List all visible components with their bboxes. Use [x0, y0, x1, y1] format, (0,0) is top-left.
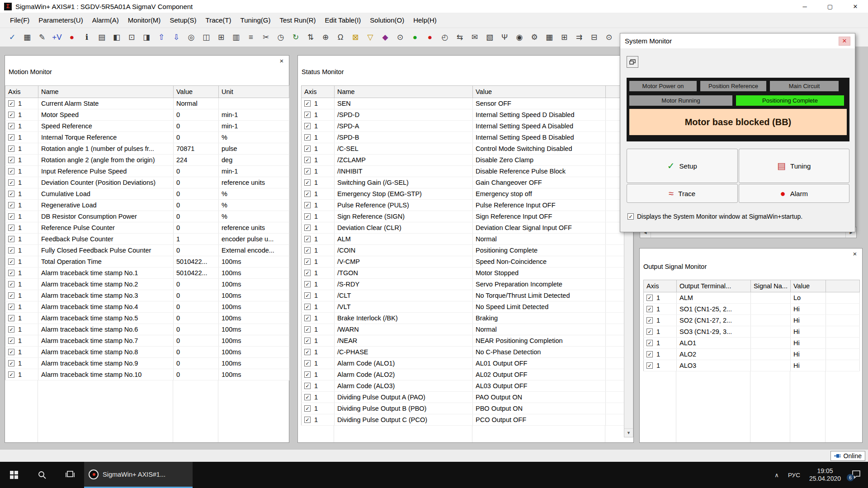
- device-list-icon[interactable]: ≡: [245, 32, 257, 43]
- tuning-button[interactable]: ▤ Tuning: [739, 149, 850, 183]
- row-checkbox[interactable]: ✓: [8, 202, 14, 208]
- trace-window-icon[interactable]: ▥: [230, 32, 242, 43]
- table-row[interactable]: ✓1 /C-PHASE No C-Phase Detection: [302, 347, 624, 358]
- row-checkbox[interactable]: ✓: [8, 112, 14, 118]
- zoom-out-table-icon[interactable]: ⊟: [588, 32, 600, 43]
- table-row[interactable]: ✓1 Alarm traceback time stamp No.3 0 100…: [5, 290, 289, 301]
- jog-table-icon[interactable]: ⇉: [573, 32, 585, 43]
- notification-center-button[interactable]: 6: [850, 470, 861, 480]
- row-checkbox[interactable]: ✓: [304, 417, 311, 423]
- row-checkbox[interactable]: ✓: [304, 112, 311, 118]
- column-header-axis[interactable]: Axis: [5, 86, 38, 98]
- minimize-button[interactable]: ─: [792, 0, 817, 13]
- table-row[interactable]: ✓1 Deviation Counter (Position Deviation…: [5, 177, 289, 188]
- compact-view-button[interactable]: [627, 56, 638, 68]
- close-icon[interactable]: ✕: [839, 37, 850, 46]
- table-row[interactable]: ✓1 Fully Closed Feedback Pulse Counter 0…: [5, 245, 289, 256]
- search-button[interactable]: [28, 462, 56, 488]
- row-checkbox[interactable]: ✓: [8, 123, 14, 129]
- table-row[interactable]: ✓1 /NEAR NEAR Positioning Completion: [302, 335, 624, 347]
- row-checkbox[interactable]: ✓: [304, 394, 311, 400]
- row-checkbox[interactable]: ✓: [8, 258, 14, 265]
- taskbar-app-sigmawin[interactable]: SigmaWin+ AXIS#1...: [84, 462, 193, 488]
- row-checkbox[interactable]: ✓: [8, 326, 14, 333]
- table-row[interactable]: ✓1 Rotation angle 2 (angle from the orig…: [5, 155, 289, 166]
- table-row[interactable]: ✓1 Dividing Pulse Output B (PBO) PBO Out…: [302, 403, 624, 414]
- maximize-button[interactable]: ▢: [817, 0, 843, 13]
- row-checkbox[interactable]: ✓: [304, 225, 311, 231]
- table-row[interactable]: ✓1 /COIN Positioning Complete: [302, 245, 624, 256]
- table-row[interactable]: ✓1 Internal Torque Reference 0 %: [5, 132, 289, 143]
- signal-off-icon[interactable]: ●: [424, 32, 436, 43]
- broadcast-icon[interactable]: ◉: [514, 32, 525, 43]
- table-row[interactable]: ✓1 ALO3 Hi: [644, 360, 860, 371]
- parameter-write-icon[interactable]: ✎: [36, 32, 48, 43]
- table-row[interactable]: ✓1 Alarm traceback time stamp No.2 0 100…: [5, 279, 289, 290]
- column-header-unit[interactable]: Unit: [219, 86, 289, 98]
- row-checkbox[interactable]: ✓: [304, 338, 311, 344]
- row-checkbox[interactable]: ✓: [304, 258, 311, 265]
- signal-on-icon[interactable]: ●: [409, 32, 421, 43]
- row-checkbox[interactable]: ✓: [8, 213, 14, 220]
- table-row[interactable]: ✓1 Emergency Stop (EMG-STP) Emergency st…: [302, 188, 624, 200]
- lock-icon[interactable]: ⊠: [349, 32, 361, 43]
- close-icon[interactable]: ×: [278, 57, 285, 65]
- row-checkbox[interactable]: ✓: [304, 145, 311, 152]
- table-row[interactable]: ✓1 Alarm Code (ALO1) AL01 Output OFF: [302, 358, 624, 369]
- row-checkbox[interactable]: ✓: [8, 236, 14, 242]
- parameter-edit-icon[interactable]: ▦: [21, 32, 33, 43]
- column-header-name[interactable]: Name: [335, 86, 473, 98]
- timer-icon[interactable]: ◷: [275, 32, 287, 43]
- row-checkbox[interactable]: ✓: [646, 362, 653, 369]
- row-checkbox[interactable]: ✓: [8, 338, 14, 344]
- table-row[interactable]: ✓1 Alarm traceback time stamp No.4 0 100…: [5, 301, 289, 313]
- io-monitor-icon[interactable]: ◫: [200, 32, 212, 43]
- close-button[interactable]: ✕: [843, 0, 868, 13]
- table-row[interactable]: ✓1 /SPD-A Internal Setting Speed A Disab…: [302, 121, 624, 132]
- table-row[interactable]: ✓1 /INHIBIT Disable Reference Pulse Bloc…: [302, 166, 624, 177]
- start-button[interactable]: [0, 462, 28, 488]
- table-row[interactable]: ✓1 Total Operation Time 5010422... 100ms: [5, 256, 289, 267]
- row-checkbox[interactable]: ✓: [304, 213, 311, 220]
- torque-monitor-icon[interactable]: Ω: [335, 32, 346, 43]
- table-row[interactable]: ✓1 SO3 (CN1-29, 3... Hi: [644, 326, 860, 338]
- table-row[interactable]: ✓1 Alarm traceback time stamp No.9 0 100…: [5, 358, 289, 369]
- row-checkbox[interactable]: ✓: [304, 270, 311, 276]
- upload-icon[interactable]: ⇧: [156, 32, 167, 43]
- row-checkbox[interactable]: ✓: [304, 292, 311, 299]
- row-checkbox[interactable]: ✓: [646, 340, 653, 346]
- save-screen-icon[interactable]: ◨: [141, 32, 152, 43]
- row-checkbox[interactable]: ✓: [8, 157, 14, 163]
- monitor-window-icon[interactable]: ◧: [111, 32, 123, 43]
- row-checkbox[interactable]: ✓: [304, 236, 311, 242]
- menu-file[interactable]: File(F): [5, 14, 34, 26]
- table-row[interactable]: ✓1 Input Reference Pulse Speed 0 min-1: [5, 166, 289, 177]
- row-checkbox[interactable]: ✓: [304, 134, 311, 141]
- row-checkbox[interactable]: ✓: [8, 292, 14, 299]
- row-checkbox[interactable]: ✓: [8, 100, 14, 107]
- row-checkbox[interactable]: ✓: [304, 100, 311, 107]
- table-row[interactable]: ✓1 SO2 (CN1-27, 2... Hi: [644, 315, 860, 326]
- row-checkbox[interactable]: ✓: [304, 247, 311, 253]
- alarm-info-icon[interactable]: ℹ: [81, 32, 93, 43]
- row-checkbox[interactable]: ✓: [8, 134, 14, 141]
- menu-tuning[interactable]: Tuning(G): [236, 14, 275, 26]
- row-checkbox[interactable]: ✓: [304, 371, 311, 378]
- row-checkbox[interactable]: ✓: [8, 281, 14, 287]
- speed-monitor-icon[interactable]: ⇅: [305, 32, 316, 43]
- menu-alarm[interactable]: Alarm(A): [88, 14, 123, 26]
- row-checkbox[interactable]: ✓: [304, 304, 311, 310]
- menu-solution[interactable]: Solution(O): [365, 14, 409, 26]
- column-header-signal-name[interactable]: Signal Na...: [751, 280, 791, 292]
- row-checkbox[interactable]: ✓: [8, 247, 14, 253]
- table-row[interactable]: ✓1 Dividing Pulse Output C (PCO) PCO Out…: [302, 414, 624, 426]
- row-checkbox[interactable]: ✓: [304, 202, 311, 208]
- column-header-axis[interactable]: Axis: [302, 86, 335, 98]
- row-checkbox[interactable]: ✓: [8, 304, 14, 310]
- position-monitor-icon[interactable]: ⊕: [320, 32, 331, 43]
- task-view-button[interactable]: [56, 462, 84, 488]
- window-tile-icon[interactable]: ⊞: [215, 32, 227, 43]
- table-row[interactable]: ✓1 Alarm traceback time stamp No.7 0 100…: [5, 335, 289, 347]
- download-icon[interactable]: ⇩: [170, 32, 182, 43]
- table-row[interactable]: ✓1 Alarm Code (ALO2) AL02 Output OFF: [302, 369, 624, 380]
